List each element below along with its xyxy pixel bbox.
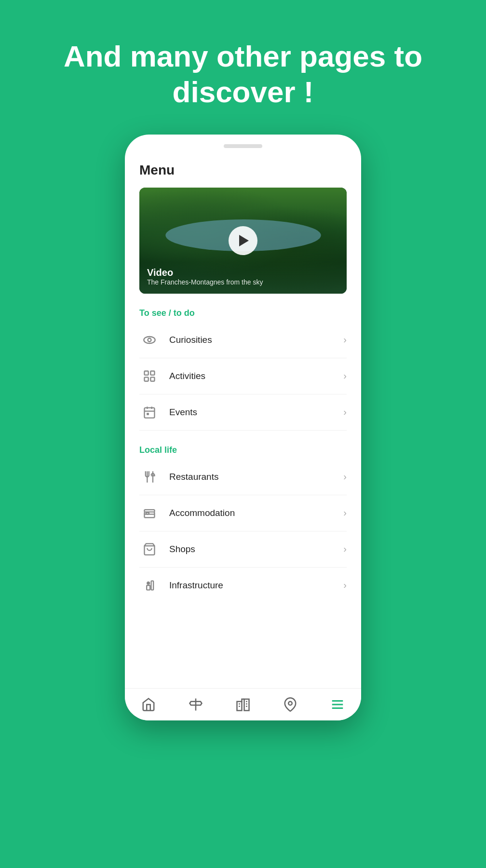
activities-chevron: › [343,370,347,381]
nav-pin[interactable] [283,697,297,712]
svg-rect-23 [244,699,249,711]
nav-menu[interactable] [330,697,345,712]
svg-point-18 [147,582,150,585]
bottom-nav [125,688,361,720]
nav-signpost[interactable] [189,697,203,712]
svg-rect-19 [147,585,150,590]
menu-item-accommodation[interactable]: Accommodation › [139,495,347,531]
infrastructure-icon [139,575,160,596]
restaurants-label: Restaurants [169,472,343,482]
menu-item-infrastructure[interactable]: Infrastructure › [139,568,347,603]
video-thumbnail[interactable]: Video The Franches-Montagnes from the sk… [139,188,347,294]
section-gap-1 [139,431,347,440]
menu-item-shops[interactable]: Shops › [139,531,347,568]
svg-rect-6 [145,407,155,418]
events-chevron: › [343,407,347,418]
svg-rect-5 [150,377,154,381]
svg-point-0 [144,337,155,343]
menu-item-curiosities[interactable]: Curiosities › [139,322,347,358]
activities-icon [139,366,160,386]
play-icon [239,235,249,246]
hero-title: And many other pages to discover ! [0,39,486,110]
phone-speaker [224,144,262,148]
nav-buildings[interactable] [236,697,250,712]
shops-label: Shops [169,544,343,555]
shops-chevron: › [343,543,347,555]
section-to-see-title: To see / to do [139,308,347,318]
menu-item-activities[interactable]: Activities › [139,358,347,394]
svg-rect-2 [145,371,148,375]
svg-rect-3 [150,371,154,375]
phone-content: Menu Video The Franches-Montagnes from t… [125,158,361,688]
cart-icon [139,539,160,559]
video-subtitle: The Franches-Montagnes from the sky [147,278,263,286]
menu-title: Menu [139,163,347,178]
nav-home[interactable] [141,697,156,712]
svg-rect-13 [146,513,149,515]
svg-point-29 [288,702,292,705]
phone-mockup: Menu Video The Franches-Montagnes from t… [125,135,361,720]
svg-rect-20 [151,581,154,590]
curiosities-label: Curiosities [169,335,343,345]
infrastructure-label: Infrastructure [169,580,343,591]
curiosities-chevron: › [343,334,347,345]
utensils-icon [139,467,160,487]
video-title: Video [147,267,263,278]
svg-rect-4 [145,377,148,381]
menu-item-events[interactable]: Events › [139,394,347,431]
events-label: Events [169,407,343,418]
restaurants-chevron: › [343,471,347,482]
calendar-icon [139,402,160,422]
svg-rect-10 [147,413,149,415]
bed-icon [139,503,160,523]
accommodation-chevron: › [343,507,347,518]
eye-icon [139,330,160,350]
section-local-life-title: Local life [139,445,347,455]
menu-item-restaurants[interactable]: Restaurants › [139,459,347,495]
activities-label: Activities [169,371,343,381]
infrastructure-chevron: › [343,580,347,591]
accommodation-label: Accommodation [169,508,343,518]
video-label: Video The Franches-Montagnes from the sk… [147,267,263,286]
play-button[interactable] [229,226,257,255]
svg-point-1 [148,338,151,341]
